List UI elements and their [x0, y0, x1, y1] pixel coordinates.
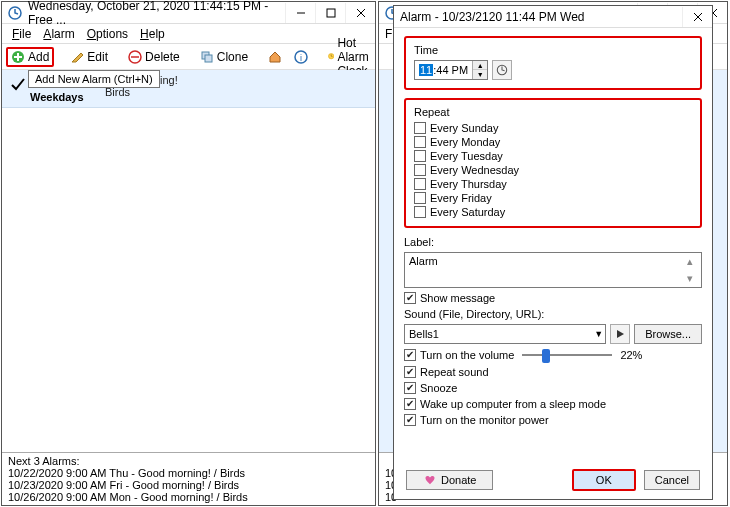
checkbox-icon[interactable] — [414, 122, 426, 134]
dialog-close-button[interactable] — [682, 7, 712, 27]
info-icon: i — [294, 50, 308, 64]
dialog-title: Alarm - 10/23/2120 11:44 PM Wed — [400, 10, 682, 24]
time-legend: Time — [414, 44, 692, 56]
monitor-check[interactable]: Turn on the monitor power — [404, 414, 702, 426]
repeat-legend: Repeat — [414, 106, 692, 118]
alarm-days: Weekdays — [30, 91, 105, 103]
textarea-scroll[interactable]: ▴▾ — [687, 255, 699, 285]
alarm-list[interactable]: 9:00 AM Weekdays Good morning! Birds — [2, 70, 375, 452]
hot-icon — [328, 50, 334, 64]
slider-thumb[interactable] — [542, 349, 550, 363]
svg-rect-5 — [205, 55, 212, 62]
repeat-sunday[interactable]: Every Sunday — [414, 122, 692, 134]
repeat-wednesday[interactable]: Every Wednesday — [414, 164, 692, 176]
alarm-enabled-check[interactable] — [10, 74, 30, 103]
time-hour-sel: 11 — [419, 64, 433, 76]
add-tooltip: Add New Alarm (Ctrl+N) — [28, 70, 160, 88]
checkbox-icon[interactable] — [414, 206, 426, 218]
maximize-button[interactable] — [315, 3, 345, 23]
repeat-friday[interactable]: Every Friday — [414, 192, 692, 204]
home-icon — [268, 50, 282, 64]
add-button[interactable]: Add — [6, 47, 54, 67]
main-title: Wednesday, October 21, 2020 11:44:15 PM … — [28, 0, 285, 27]
label-value: Alarm — [409, 255, 438, 267]
snooze-check[interactable]: Snooze — [404, 382, 702, 394]
clone-label: Clone — [217, 50, 248, 64]
delete-label: Delete — [145, 50, 180, 64]
next-alarm-line: 10/22/2020 9:00 AM Thu - Good morning! /… — [8, 467, 369, 479]
repeat-tuesday[interactable]: Every Tuesday — [414, 150, 692, 162]
menu-alarm[interactable]: Alarm — [37, 25, 80, 43]
spin-down-icon[interactable]: ▼ — [473, 70, 487, 79]
dialog-buttons: Donate OK Cancel — [394, 461, 712, 499]
chevron-down-icon: ▼ — [594, 329, 603, 339]
next-alarms-block: Next 3 Alarms: 10/22/2020 9:00 AM Thu - … — [2, 452, 375, 505]
time-rest: :44 PM — [433, 64, 468, 76]
time-now-button[interactable] — [492, 60, 512, 80]
main-toolbar: Add Edit Delete Clone i Hot Alarm Clock — [2, 44, 375, 70]
checkbox-icon[interactable] — [414, 178, 426, 190]
time-fieldset: Time 11:44 PM ▲ ▼ — [404, 36, 702, 90]
play-button[interactable] — [610, 324, 630, 344]
repeat-fieldset: Repeat Every Sunday Every Monday Every T… — [404, 98, 702, 228]
time-input[interactable]: 11:44 PM ▲ ▼ — [414, 60, 488, 80]
checkbox-icon[interactable] — [404, 414, 416, 426]
alarm-dialog: Alarm - 10/23/2120 11:44 PM Wed Time 11:… — [393, 5, 713, 500]
wake-check[interactable]: Wake up computer from a sleep mode — [404, 398, 702, 410]
repeat-sound-check[interactable]: Repeat sound — [404, 366, 702, 378]
label-label: Label: — [404, 236, 702, 248]
sound-select[interactable]: Bells1 ▼ — [404, 324, 606, 344]
checkbox-icon[interactable] — [414, 192, 426, 204]
checkbox-icon[interactable] — [404, 382, 416, 394]
ok-button[interactable]: OK — [572, 469, 636, 491]
spin-up-icon[interactable]: ▲ — [473, 61, 487, 70]
next-alarm-line: 10/26/2020 9:00 AM Mon - Good morning! /… — [8, 491, 369, 503]
checkbox-icon[interactable] — [414, 164, 426, 176]
repeat-thursday[interactable]: Every Thursday — [414, 178, 692, 190]
dialog-body: Time 11:44 PM ▲ ▼ Repeat Every Sunday Ev… — [394, 28, 712, 461]
menu-file[interactable]: File — [6, 25, 37, 43]
info-button[interactable]: i — [290, 48, 312, 66]
cancel-button[interactable]: Cancel — [644, 470, 700, 490]
svg-rect-1 — [327, 9, 335, 17]
label-textarea[interactable]: Alarm ▴▾ — [404, 252, 702, 288]
main-menubar: File Alarm Options Help — [2, 24, 375, 44]
clock-icon — [8, 6, 22, 20]
add-icon — [11, 50, 25, 64]
main-titlebar: Wednesday, October 21, 2020 11:44:15 PM … — [2, 2, 375, 24]
show-message-check[interactable]: Show message — [404, 292, 702, 304]
time-spinners[interactable]: ▲ ▼ — [472, 61, 487, 79]
minimize-button[interactable] — [285, 3, 315, 23]
checkbox-icon[interactable] — [404, 349, 416, 361]
repeat-monday[interactable]: Every Monday — [414, 136, 692, 148]
checkbox-icon[interactable] — [414, 136, 426, 148]
dialog-titlebar: Alarm - 10/23/2120 11:44 PM Wed — [394, 6, 712, 28]
volume-percent: 22% — [620, 349, 642, 361]
add-label: Add — [28, 50, 49, 64]
checkbox-icon[interactable] — [404, 292, 416, 304]
repeat-saturday[interactable]: Every Saturday — [414, 206, 692, 218]
delete-button[interactable]: Delete — [124, 48, 184, 66]
next-alarm-line: 10/23/2020 9:00 AM Fri - Good morning! /… — [8, 479, 369, 491]
volume-slider[interactable] — [522, 348, 612, 362]
checkbox-icon[interactable] — [414, 150, 426, 162]
sound-label: Sound (File, Directory, URL): — [404, 308, 702, 320]
clone-icon — [200, 50, 214, 64]
slider-track — [522, 354, 612, 356]
edit-label: Edit — [87, 50, 108, 64]
heart-icon — [423, 473, 437, 487]
checkbox-icon[interactable] — [404, 366, 416, 378]
menu-help[interactable]: Help — [134, 25, 171, 43]
donate-button[interactable]: Donate — [406, 470, 493, 490]
close-button[interactable] — [345, 3, 375, 23]
volume-check[interactable]: Turn on the volume — [404, 349, 514, 361]
home-button[interactable] — [264, 48, 286, 66]
sound-value: Bells1 — [409, 328, 439, 340]
edit-button[interactable]: Edit — [66, 48, 112, 66]
clone-button[interactable]: Clone — [196, 48, 252, 66]
checkbox-icon[interactable] — [404, 398, 416, 410]
edit-icon — [70, 50, 84, 64]
svg-text:i: i — [300, 53, 302, 63]
browse-button[interactable]: Browse... — [634, 324, 702, 344]
menu-options[interactable]: Options — [81, 25, 134, 43]
